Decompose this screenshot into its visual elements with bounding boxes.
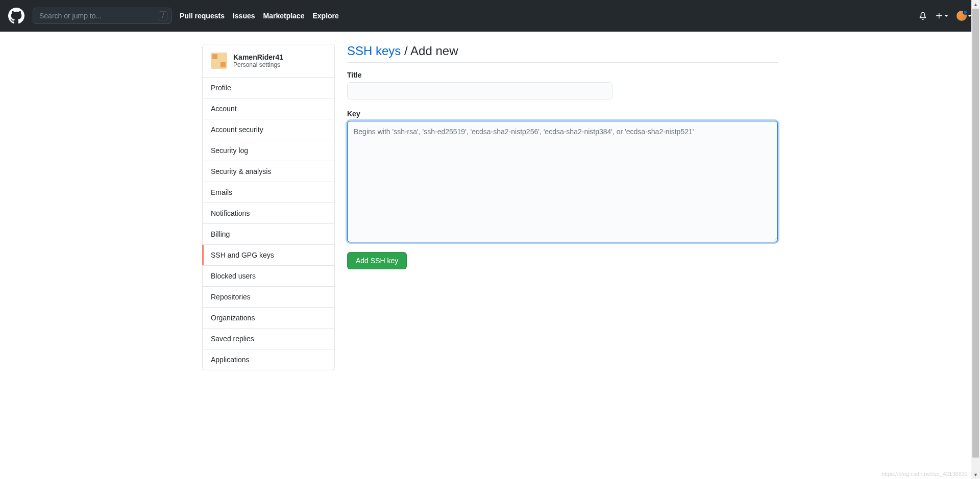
sidebar-header: KamenRider41 Personal settings	[202, 44, 335, 78]
scrollbar-thumb[interactable]	[972, 9, 979, 383]
nav-issues[interactable]: Issues	[233, 12, 255, 20]
header-right	[919, 11, 972, 21]
sidebar-item-notifications[interactable]: Notifications	[203, 203, 334, 223]
sidebar-item-account-security[interactable]: Account security	[203, 119, 334, 140]
nav-pull-requests[interactable]: Pull requests	[180, 12, 225, 20]
scrollbar-track[interactable]: ▲ ▼	[971, 0, 980, 383]
user-menu[interactable]	[957, 11, 972, 21]
notification-bell-icon[interactable]	[919, 12, 927, 20]
sidebar-item-emails[interactable]: Emails	[203, 182, 334, 203]
ssh-key-form: Title Key Add SSH key	[347, 71, 778, 269]
add-ssh-key-button[interactable]: Add SSH key	[347, 252, 407, 269]
main-container: KamenRider41 Personal settings Profile A…	[194, 32, 786, 383]
sidebar-item-blocked-users[interactable]: Blocked users	[203, 265, 334, 286]
sidebar-nav: Profile Account Account security Securit…	[202, 78, 335, 370]
page-title: SSH keys / Add new	[347, 44, 778, 63]
scrollbar-up-icon[interactable]: ▲	[971, 0, 980, 9]
sidebar-username: KamenRider41	[233, 53, 283, 61]
primary-nav: Pull requests Issues Marketplace Explore	[180, 12, 339, 20]
plus-icon	[935, 12, 943, 20]
key-textarea[interactable]	[347, 121, 778, 242]
sidebar-item-profile[interactable]: Profile	[203, 78, 334, 98]
github-logo-icon[interactable]	[8, 8, 24, 24]
notification-dot-icon	[963, 10, 968, 15]
title-label: Title	[347, 71, 778, 79]
settings-sidebar: KamenRider41 Personal settings Profile A…	[202, 44, 335, 370]
page-title-link[interactable]: SSH keys	[347, 44, 401, 58]
sidebar-subtitle: Personal settings	[233, 61, 283, 68]
sidebar-item-saved-replies[interactable]: Saved replies	[203, 328, 334, 349]
main-content: SSH keys / Add new Title Key Add SSH key	[347, 44, 778, 370]
sidebar-item-account[interactable]: Account	[203, 98, 334, 119]
title-input[interactable]	[347, 82, 612, 99]
nav-marketplace[interactable]: Marketplace	[263, 12, 305, 20]
search-shortcut-badge: /	[159, 11, 167, 20]
sidebar-item-ssh-gpg-keys[interactable]: SSH and GPG keys	[203, 244, 334, 265]
search-container: /	[33, 8, 172, 24]
search-input[interactable]	[33, 8, 172, 24]
sidebar-item-applications[interactable]: Applications	[203, 349, 334, 370]
page-title-separator: /	[401, 44, 410, 58]
sidebar-item-repositories[interactable]: Repositories	[203, 286, 334, 307]
caret-down-icon	[944, 15, 948, 17]
sidebar-avatar-icon	[211, 53, 227, 69]
nav-explore[interactable]: Explore	[312, 12, 338, 20]
page-title-sub: Add new	[410, 44, 458, 58]
key-label: Key	[347, 110, 778, 118]
top-header: / Pull requests Issues Marketplace Explo…	[0, 0, 980, 32]
sidebar-item-security-analysis[interactable]: Security & analysis	[203, 161, 334, 182]
sidebar-item-security-log[interactable]: Security log	[203, 140, 334, 161]
sidebar-item-billing[interactable]: Billing	[203, 223, 334, 244]
sidebar-item-organizations[interactable]: Organizations	[203, 307, 334, 328]
create-menu[interactable]	[935, 12, 948, 20]
